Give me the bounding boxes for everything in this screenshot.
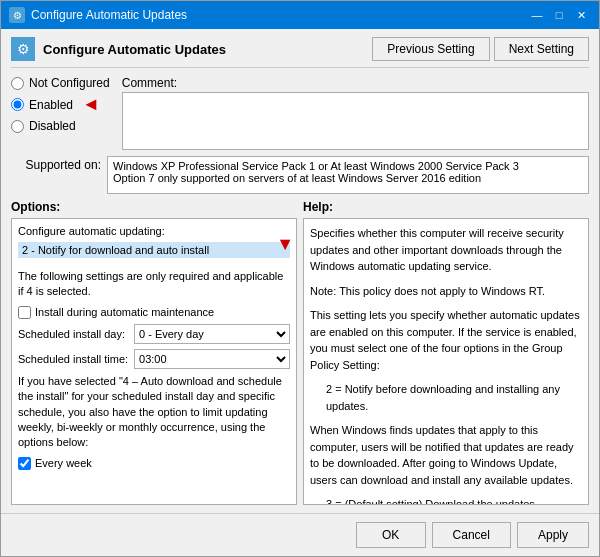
help-panel: Help: Specifies whether this computer wi… [303,200,589,505]
configure-label: Configure automatic updating: [18,225,165,237]
comment-label: Comment: [122,76,589,90]
supported-section: Supported on: Windows XP Professional Se… [11,156,589,194]
supported-text: Windows XP Professional Service Pack 1 o… [107,156,589,194]
supported-content: Windows XP Professional Service Pack 1 o… [113,160,519,184]
enabled-option[interactable]: Enabled ◄ [11,94,110,115]
install-maintenance-checkbox[interactable] [18,306,31,319]
title-bar: ⚙ Configure Automatic Updates — □ ✕ [1,1,599,29]
help-para-1: Specifies whether this computer will rec… [310,225,582,275]
not-configured-radio[interactable] [11,77,24,90]
install-maintenance-label: Install during automatic maintenance [35,306,214,318]
disabled-radio[interactable] [11,120,24,133]
scheduled-time-select[interactable]: 03:00 [134,349,290,369]
next-setting-button[interactable]: Next Setting [494,37,589,61]
window-title: Configure Automatic Updates [31,8,527,22]
help-para-5: When Windows finds updates that apply to… [310,422,582,488]
disabled-option[interactable]: Disabled [11,119,110,133]
radio-group: Not Configured Enabled ◄ Disabled [11,76,110,150]
comment-section: Comment: [122,76,589,150]
supported-label: Supported on: [11,156,101,172]
comment-textarea[interactable] [122,92,589,150]
help-para-4: 2 = Notify before downloading and instal… [310,381,582,414]
not-configured-label: Not Configured [29,76,110,90]
enabled-radio[interactable] [11,98,24,111]
minimize-button[interactable]: — [527,6,547,24]
help-para-3: This setting lets you specify whether au… [310,307,582,373]
disabled-label: Disabled [29,119,76,133]
enabled-label: Enabled [29,98,73,112]
options-note: The following settings are only required… [18,269,290,300]
window-icon: ⚙ [9,7,25,23]
header-section: ⚙ Configure Automatic Updates Previous S… [11,37,589,68]
header-icon: ⚙ [11,37,35,61]
selected-option-display: 2 - Notify for download and auto install [18,242,290,258]
enabled-arrow-icon: ◄ [82,94,100,115]
main-panels: Options: Configure automatic updating: 2… [11,200,589,505]
every-week-label: Every week [35,457,92,469]
down-arrow-icon: ▼ [276,234,294,255]
scheduled-day-label: Scheduled install day: [18,328,128,340]
maximize-button[interactable]: □ [549,6,569,24]
install-maintenance-row: Install during automatic maintenance [18,306,290,319]
ok-button[interactable]: OK [356,522,426,548]
every-week-checkbox[interactable] [18,457,31,470]
every-week-row: Every week [18,457,290,470]
main-window: ⚙ Configure Automatic Updates — □ ✕ ⚙ Co… [0,0,600,557]
footer: OK Cancel Apply [1,513,599,556]
help-label: Help: [303,200,589,214]
help-para-2: Note: This policy does not apply to Wind… [310,283,582,300]
scheduled-day-select[interactable]: 0 - Every day [134,324,290,344]
configure-label-row: Configure automatic updating: [18,225,290,237]
close-button[interactable]: ✕ [571,6,591,24]
prev-setting-button[interactable]: Previous Setting [372,37,489,61]
header-title: Configure Automatic Updates [43,42,372,57]
help-para-6: 3 = (Default setting) Download the updat… [310,496,582,505]
help-content[interactable]: Specifies whether this computer will rec… [303,218,589,505]
scheduled-time-label: Scheduled install time: [18,353,128,365]
options-label: Options: [11,200,297,214]
extra-note: If you have selected "4 – Auto download … [18,374,290,451]
content-area: ⚙ Configure Automatic Updates Previous S… [1,29,599,513]
scheduled-day-row: Scheduled install day: 0 - Every day [18,324,290,344]
apply-button[interactable]: Apply [517,522,589,548]
options-panel: Options: Configure automatic updating: 2… [11,200,297,505]
not-configured-option[interactable]: Not Configured [11,76,110,90]
cancel-button[interactable]: Cancel [432,522,511,548]
scheduled-time-row: Scheduled install time: 03:00 [18,349,290,369]
options-content[interactable]: Configure automatic updating: 2 - Notify… [11,218,297,505]
nav-buttons: Previous Setting Next Setting [372,37,589,61]
window-controls: — □ ✕ [527,6,591,24]
